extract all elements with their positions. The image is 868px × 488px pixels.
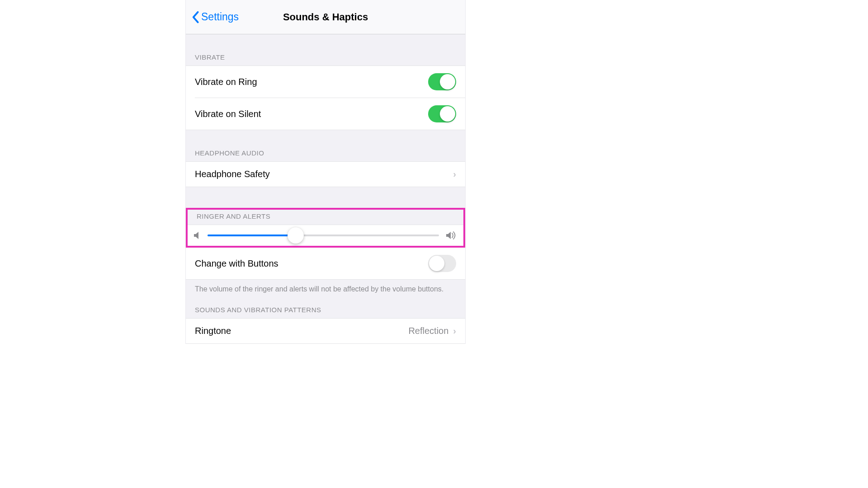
back-button[interactable]: Settings <box>191 11 239 23</box>
speaker-mute-icon <box>193 231 201 240</box>
section-footer-ringer: The volume of the ringer and alerts will… <box>186 280 465 294</box>
section-header-headphone: HEADPHONE AUDIO <box>186 130 465 161</box>
toggle-vibrate-on-silent[interactable] <box>428 105 456 122</box>
settings-screen: Settings Sounds & Haptics VIBRATE Vibrat… <box>185 0 466 344</box>
section-header-patterns: SOUNDS AND VIBRATION PATTERNS <box>186 294 465 318</box>
row-headphone-safety[interactable]: Headphone Safety › <box>186 161 465 187</box>
section-header-vibrate: VIBRATE <box>186 34 465 66</box>
row-change-with-buttons[interactable]: Change with Buttons <box>186 248 465 279</box>
row-label: Change with Buttons <box>195 258 278 269</box>
row-vibrate-on-ring[interactable]: Vibrate on Ring <box>186 66 465 98</box>
row-vibrate-on-silent[interactable]: Vibrate on Silent <box>186 98 465 130</box>
toggle-change-with-buttons[interactable] <box>428 255 456 272</box>
section-header-ringer: RINGER AND ALERTS <box>188 210 463 225</box>
back-label: Settings <box>201 11 239 23</box>
row-volume-slider[interactable] <box>188 225 463 246</box>
row-label: Vibrate on Ring <box>195 77 257 87</box>
speaker-loud-icon <box>445 230 458 240</box>
highlighted-ringer-section: RINGER AND ALERTS <box>186 208 465 248</box>
navbar: Settings Sounds & Haptics <box>186 0 465 34</box>
row-value: Reflection <box>408 326 448 336</box>
chevron-right-icon: › <box>453 326 456 336</box>
row-label: Ringtone <box>195 326 231 336</box>
toggle-vibrate-on-ring[interactable] <box>428 73 456 90</box>
row-label: Headphone Safety <box>195 169 270 179</box>
chevron-left-icon <box>191 11 199 23</box>
row-ringtone[interactable]: Ringtone Reflection › <box>186 318 465 344</box>
row-label: Vibrate on Silent <box>195 109 261 119</box>
volume-slider[interactable] <box>208 235 439 236</box>
chevron-right-icon: › <box>453 169 456 179</box>
